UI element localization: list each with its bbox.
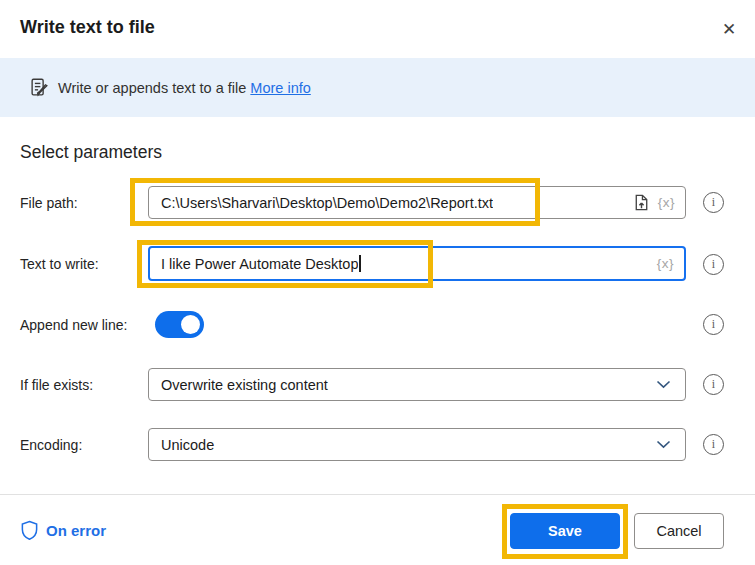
file-path-label: File path: <box>20 195 78 211</box>
if-file-exists-dropdown[interactable]: Overwrite existing content <box>148 368 686 401</box>
text-to-write-info-icon[interactable]: i <box>703 254 724 275</box>
cancel-button[interactable]: Cancel <box>634 513 724 549</box>
text-to-write-value: I like Power Automate Desktop <box>161 256 358 272</box>
if-file-exists-info-icon[interactable]: i <box>703 374 724 395</box>
chevron-down-icon <box>656 380 671 389</box>
toggle-knob <box>181 315 200 334</box>
encoding-dropdown[interactable]: Unicode <box>148 428 686 461</box>
more-info-link[interactable]: More info <box>250 80 310 96</box>
file-path-value: C:\Users\Sharvari\Desktop\Demo\Demo2\Rep… <box>161 195 493 211</box>
encoding-value: Unicode <box>161 437 214 453</box>
encoding-label: Encoding: <box>20 437 82 453</box>
encoding-info-icon[interactable]: i <box>703 434 724 455</box>
if-file-exists-label: If file exists: <box>20 377 93 393</box>
append-new-line-label: Append new line: <box>20 317 127 333</box>
text-to-write-label: Text to write: <box>20 256 99 272</box>
append-new-line-info-icon[interactable]: i <box>703 314 724 335</box>
append-new-line-toggle[interactable] <box>155 311 204 338</box>
dialog-title: Write text to file <box>20 17 155 38</box>
variable-picker-icon[interactable]: {x} <box>657 256 674 271</box>
select-parameters-heading: Select parameters <box>20 142 162 163</box>
file-path-input[interactable]: C:\Users\Sharvari\Desktop\Demo\Demo2\Rep… <box>148 186 686 219</box>
on-error-label: On error <box>46 522 106 539</box>
text-to-write-input[interactable]: I like Power Automate Desktop {x} <box>148 246 686 281</box>
text-cursor <box>359 255 361 272</box>
select-file-icon[interactable] <box>632 193 651 212</box>
variable-picker-icon[interactable]: {x} <box>658 195 675 210</box>
chevron-down-icon <box>656 440 671 449</box>
write-text-to-file-dialog: Write text to file ✕ Write or appends te… <box>0 0 755 565</box>
shield-icon <box>20 520 39 541</box>
on-error-button[interactable]: On error <box>20 520 106 541</box>
info-banner: Write or appends text to a file More inf… <box>0 58 755 117</box>
file-path-info-icon[interactable]: i <box>703 192 724 213</box>
save-button[interactable]: Save <box>510 513 620 549</box>
banner-description: Write or appends text to a file <box>58 80 250 96</box>
if-file-exists-value: Overwrite existing content <box>161 377 328 393</box>
close-icon[interactable]: ✕ <box>716 16 742 42</box>
banner-text: Write or appends text to a file More inf… <box>58 80 311 96</box>
footer-divider <box>0 494 755 495</box>
write-file-icon <box>28 76 50 100</box>
